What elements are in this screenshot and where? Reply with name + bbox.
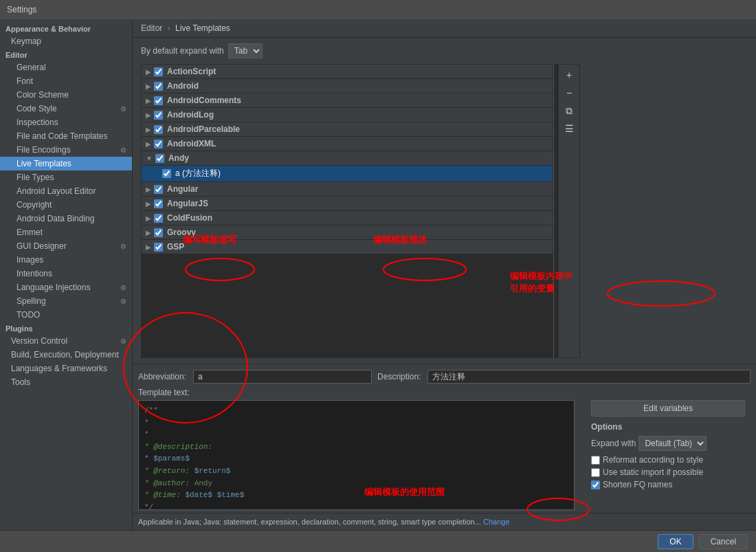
sidebar-item-android-layout-editor[interactable]: Android Layout Editor xyxy=(0,184,132,198)
sidebar-item-images[interactable]: Images xyxy=(0,253,132,267)
group-checkbox[interactable] xyxy=(154,125,163,134)
breadcrumb-parent: Editor xyxy=(141,23,162,33)
group-checkbox[interactable] xyxy=(154,82,163,91)
template-group-header-androidlog[interactable]: ▶AndroidLog xyxy=(142,108,553,122)
expand-arrow-icon: ▶ xyxy=(146,97,151,104)
sidebar-item-intentions[interactable]: Intentions xyxy=(0,267,132,280)
copy-button[interactable]: ⧉ xyxy=(562,103,577,118)
sidebar-item-android-data-binding[interactable]: Android Data Binding xyxy=(0,212,132,225)
content-body: By default expand with Tab ▶ActionScript… xyxy=(133,38,756,364)
description-label: Description: xyxy=(377,372,421,382)
sidebar-item-inspections[interactable]: Inspections xyxy=(0,115,132,129)
group-checkbox[interactable] xyxy=(154,185,163,194)
option-checkbox-label: Use static import if possible xyxy=(603,467,703,477)
move-button[interactable]: ☰ xyxy=(562,121,577,136)
expand-with-row: By default expand with Tab xyxy=(141,43,748,58)
description-input[interactable] xyxy=(427,370,751,384)
sidebar-item-keymap[interactable]: Keymap xyxy=(0,34,132,48)
sidebar-item-file-encodings[interactable]: File Encodings⚙ xyxy=(0,143,132,157)
sidebar-item-build--execution--deployment[interactable]: Build, Execution, Deployment xyxy=(0,348,132,362)
sidebar-item-file-types[interactable]: File Types xyxy=(0,170,132,184)
template-group-header-actionscript[interactable]: ▶ActionScript xyxy=(142,65,553,79)
group-checkbox[interactable] xyxy=(154,243,163,252)
abbreviation-input[interactable] xyxy=(193,370,372,384)
options-expand-select[interactable]: Default (Tab) xyxy=(638,436,707,451)
settings-icon: ⚙ xyxy=(120,243,126,250)
group-name-label: AndroidParcelable xyxy=(167,124,240,134)
expand-with-label: By default expand with xyxy=(141,46,224,56)
add-button[interactable]: + xyxy=(562,67,577,82)
sidebar-item-todo[interactable]: TODO xyxy=(0,308,132,322)
group-checkbox[interactable] xyxy=(154,111,163,120)
group-checkbox[interactable] xyxy=(155,154,164,163)
change-link[interactable]: Change xyxy=(483,518,510,526)
sidebar-item-tools[interactable]: Tools xyxy=(0,375,132,389)
sidebar-header-appearance-&-behavior[interactable]: Appearance & Behavior xyxy=(0,22,132,34)
template-group-header-angularjs[interactable]: ▶AngularJS xyxy=(142,197,553,211)
group-checkbox[interactable] xyxy=(154,96,163,105)
template-group-header-coldfusion[interactable]: ▶ColdFusion xyxy=(142,211,553,225)
content-area: Editor › Live Templates By default expan… xyxy=(133,19,756,530)
sidebar-item-code-style[interactable]: Code Style⚙ xyxy=(0,102,132,115)
remove-button[interactable]: − xyxy=(562,85,577,100)
sidebar-item-gui-designer[interactable]: GUI Designer⚙ xyxy=(0,239,132,253)
group-checkbox[interactable] xyxy=(154,140,163,148)
expand-with-select[interactable]: Tab xyxy=(228,43,263,58)
sidebar-item-general[interactable]: General xyxy=(0,60,132,74)
template-group-header-androidxml[interactable]: ▶AndroidXML xyxy=(142,137,553,151)
collapse-arrow-icon: ▼ xyxy=(146,155,153,162)
template-group-header-gsp[interactable]: ▶GSP xyxy=(142,240,553,254)
sidebar-item-color-scheme[interactable]: Color Scheme xyxy=(0,88,132,102)
group-checkbox[interactable] xyxy=(154,199,163,208)
group-checkbox[interactable] xyxy=(154,214,163,223)
template-code-display[interactable]: /** * * * @description: * $params$ * @re… xyxy=(138,400,575,510)
sidebar-item-copyright[interactable]: Copyright xyxy=(0,198,132,212)
template-group-header-androidparcelable[interactable]: ▶AndroidParcelable xyxy=(142,122,553,137)
template-group-groovy: ▶Groovy xyxy=(142,225,553,240)
templates-list[interactable]: ▶ActionScript▶Android▶AndroidComments▶An… xyxy=(141,64,553,358)
options-panel: Edit variables Options Expand with Defau… xyxy=(586,400,751,510)
sidebar-item-spelling[interactable]: Spelling⚙ xyxy=(0,294,132,308)
ok-button[interactable]: OK xyxy=(658,534,693,549)
group-checkbox[interactable] xyxy=(154,228,163,237)
option-checkbox[interactable] xyxy=(591,481,600,489)
item-checkbox[interactable] xyxy=(162,169,171,178)
settings-icon: ⚙ xyxy=(120,298,126,305)
edit-variables-button[interactable]: Edit variables xyxy=(591,400,745,417)
template-group-androidparcelable: ▶AndroidParcelable xyxy=(142,122,553,137)
template-group-androidxml: ▶AndroidXML xyxy=(142,137,553,151)
group-name-label: Andy xyxy=(168,153,189,163)
two-col-bottom: /** * * * @description: * $params$ * @re… xyxy=(133,400,756,510)
option-checkbox[interactable] xyxy=(591,456,600,465)
template-group-header-angular[interactable]: ▶Angular xyxy=(142,182,553,197)
template-group-angular: ▶Angular xyxy=(142,182,553,197)
sidebar-item-version-control[interactable]: Version Control⚙ xyxy=(0,334,132,348)
sidebar-item-font[interactable]: Font xyxy=(0,74,132,88)
sidebar-item-language-injections[interactable]: Language Injections⚙ xyxy=(0,280,132,294)
group-name-label: AngularJS xyxy=(167,199,208,208)
cancel-button[interactable]: Cancel xyxy=(699,534,748,549)
bottom-bar: OK Cancel xyxy=(0,530,756,552)
template-group-android: ▶Android xyxy=(142,79,553,93)
template-group-header-androidcomments[interactable]: ▶AndroidComments xyxy=(142,93,553,108)
abbr-desc-row: Abbreviation: Description: xyxy=(133,370,756,384)
sidebar-item-file-and-code-templates[interactable]: File and Code Templates xyxy=(0,129,132,143)
expand-arrow-icon: ▶ xyxy=(146,82,151,90)
sidebar-header-plugins[interactable]: Plugins xyxy=(0,322,132,334)
group-checkbox[interactable] xyxy=(154,67,163,76)
app-window: Settings Appearance & BehaviorKeymapEdit… xyxy=(0,0,756,552)
sidebar-item-emmet[interactable]: Emmet xyxy=(0,225,132,239)
sidebar-header-editor[interactable]: Editor xyxy=(0,48,132,60)
options-expand-with-row: Expand with Default (Tab) xyxy=(591,436,745,451)
template-item[interactable]: a (方法注释) xyxy=(142,166,553,182)
template-group-header-groovy[interactable]: ▶Groovy xyxy=(142,225,553,240)
template-group-header-andy[interactable]: ▼Andy xyxy=(142,151,553,166)
expand-arrow-icon: ▶ xyxy=(146,140,151,148)
sidebar-item-languages---frameworks[interactable]: Languages & Frameworks xyxy=(0,362,132,375)
template-group-header-android[interactable]: ▶Android xyxy=(142,79,553,93)
option-checkbox[interactable] xyxy=(591,468,600,477)
group-name-label: ColdFusion xyxy=(167,213,212,223)
sidebar-item-live-templates[interactable]: Live Templates xyxy=(0,157,132,170)
templates-panel: ▶ActionScript▶Android▶AndroidComments▶An… xyxy=(141,64,748,358)
template-group-androidcomments: ▶AndroidComments xyxy=(142,93,553,108)
